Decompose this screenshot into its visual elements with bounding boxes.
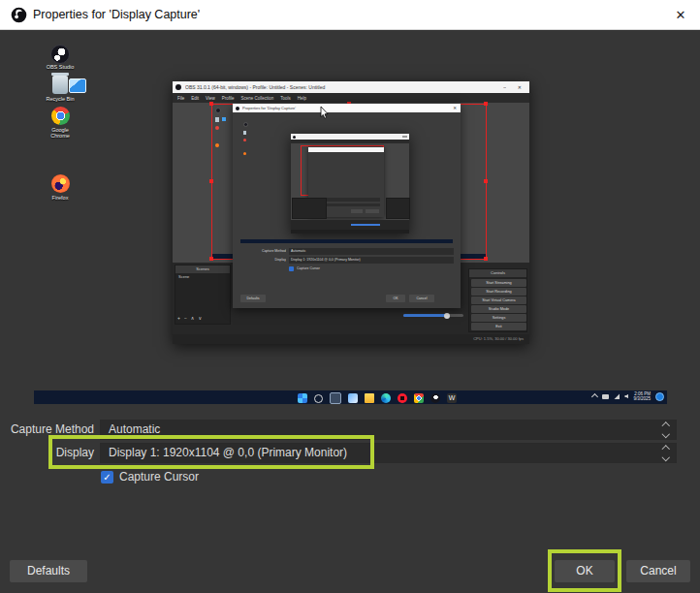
app-icon: W	[447, 393, 457, 403]
desktop-icon-photos	[69, 78, 86, 93]
source-handle	[484, 257, 488, 261]
recycle-bin-icon	[52, 76, 68, 94]
menu-item: View	[206, 96, 215, 101]
recursive-desktop-icons	[214, 107, 228, 165]
nested-display-label: Display	[233, 257, 286, 264]
obs-main-window: OBS 31.0.1 (64-bit, windows) - Profile: …	[173, 81, 529, 344]
file-explorer-icon	[365, 393, 374, 403]
menu-item: Help	[298, 96, 306, 101]
desktop-icon-chrome: Google Chrome	[42, 107, 79, 139]
spinner-up-icon[interactable]	[662, 445, 670, 453]
widgets-icon	[348, 393, 358, 403]
start-recording-button: Start Recording	[471, 288, 526, 296]
menu-item: Profile	[222, 96, 235, 101]
network-icon	[614, 393, 620, 399]
checkmark-icon: ✓	[103, 472, 111, 483]
nested-ok-button: OK	[386, 295, 405, 302]
display-select[interactable]: Display 1: 1920x1104 @ 0,0 (Primary Moni…	[100, 443, 677, 463]
exit-button: Exit	[471, 323, 526, 330]
close-icon[interactable]: ✕	[667, 0, 694, 30]
nested-cancel-button: Cancel	[409, 295, 434, 302]
taskbar-center-icons: W	[298, 392, 457, 404]
desktop-icon-obs: OBS Studio	[42, 45, 79, 70]
taskbar-system-tray: 2:06 PM 9/3/2025	[592, 391, 664, 401]
menu-item: File	[177, 96, 184, 101]
nested-dialog-body: Capture Method Automatic Display Display…	[233, 112, 461, 308]
spinner-up-icon[interactable]	[662, 421, 670, 429]
close-icon: ✕	[453, 104, 457, 112]
chrome-taskbar-icon	[414, 393, 424, 403]
spinner-down-icon[interactable]	[662, 430, 670, 438]
desktop-icon-label: OBS Studio	[42, 64, 79, 70]
task-view-icon	[330, 392, 341, 404]
menu-item: Edit	[191, 96, 199, 101]
scenes-dock-header: Scenes	[175, 265, 230, 273]
obs-menubar: File Edit View Profile Scene Collection …	[173, 93, 529, 103]
obs-studio-icon	[215, 108, 221, 113]
clock-date: 9/3/2025	[633, 396, 651, 401]
start-streaming-button: Start Streaming	[471, 279, 526, 287]
display-capture-preview: OBS Studio Recycle Bin Google Chrome Fir…	[34, 40, 667, 404]
obs-logo-icon	[236, 107, 239, 110]
obs-window-title: OBS 31.0.1 (64-bit, windows) - Profile: …	[185, 81, 476, 93]
spinner-icons[interactable]	[660, 421, 672, 439]
source-handle	[209, 179, 213, 183]
recycle-bin-icon	[215, 117, 219, 122]
nested-capture-cursor-label: Capture Cursor	[297, 265, 365, 272]
recursive-desktop-icons	[243, 122, 251, 171]
spinner-icons[interactable]	[660, 444, 672, 462]
studio-mode-button: Studio Mode	[471, 305, 526, 313]
start-virtual-camera-button: Start Virtual Camera	[471, 296, 526, 304]
source-handle	[484, 102, 488, 106]
volume-slider-knob	[444, 313, 450, 319]
properties-dialog: Properties for 'Display Capture' ✕ OBS S…	[0, 0, 700, 593]
obs-studio-icon	[50, 45, 70, 64]
spinner-down-icon[interactable]	[662, 453, 670, 461]
chrome-icon	[51, 107, 70, 125]
taskbar: W 2:06 PM 9/3/2025	[34, 390, 667, 404]
taskbar-clock: 2:06 PM 9/3/2025	[633, 391, 651, 401]
capture-method-value: Automatic	[109, 422, 160, 436]
nested-capture-cursor-checkbox	[289, 266, 294, 271]
capture-cursor-label: Capture Cursor	[119, 471, 199, 484]
close-icon: ✕	[518, 81, 522, 93]
display-label: Display	[0, 443, 94, 463]
capture-cursor-checkbox[interactable]: ✓	[101, 471, 113, 484]
dialog-titlebar: Properties for 'Display Capture' ✕	[0, 0, 700, 30]
add-icon: +	[177, 315, 180, 322]
tray-expand-icon	[591, 392, 598, 399]
scene-list-item: Scene	[175, 273, 230, 280]
defaults-button[interactable]: Defaults	[10, 560, 87, 582]
menu-item: Scene Collection	[240, 96, 273, 101]
menu-item: Tools	[280, 96, 291, 101]
obs-window-titlebar: OBS 31.0.1 (64-bit, windows) - Profile: …	[173, 81, 529, 93]
nested-capture-method-label: Capture Method	[233, 248, 286, 255]
source-handle	[209, 257, 213, 261]
chrome-icon	[215, 126, 219, 130]
desktop-icon-label: Google Chrome	[42, 127, 79, 139]
photos-icon	[69, 78, 86, 93]
move-down-icon: ∨	[199, 315, 203, 322]
desktop-icon-label: Firefox	[42, 195, 79, 201]
nested-dialog-titlebar: Properties for 'Display Capture' ✕	[233, 104, 461, 112]
scenes-dock-toolbar: + − ∧ ∨	[177, 315, 202, 322]
controls-dock: Controls Start Streaming Start Recording…	[468, 268, 527, 332]
cancel-button[interactable]: Cancel	[626, 560, 690, 582]
source-handle	[209, 102, 213, 106]
nested-defaults-button: Defaults	[240, 295, 266, 302]
display-value: Display 1: 1920x1104 @ 0,0 (Primary Moni…	[109, 446, 347, 459]
remove-icon: −	[184, 315, 187, 322]
obs-logo-icon	[11, 7, 27, 23]
obs-logo-icon	[175, 84, 181, 90]
recursive-obs-window	[291, 134, 409, 234]
ok-button[interactable]: OK	[555, 560, 615, 582]
settings-button: Settings	[471, 314, 526, 322]
capture-method-label: Capture Method	[0, 420, 94, 440]
nested-capture-method-field: Automatic	[289, 248, 454, 255]
move-up-icon: ∧	[191, 315, 195, 322]
battery-icon	[602, 394, 609, 399]
obs-taskbar-icon	[430, 393, 440, 403]
capture-method-select[interactable]: Automatic	[100, 420, 677, 440]
firefox-icon	[51, 174, 70, 193]
desktop-icon-label: Recycle Bin	[42, 96, 79, 102]
